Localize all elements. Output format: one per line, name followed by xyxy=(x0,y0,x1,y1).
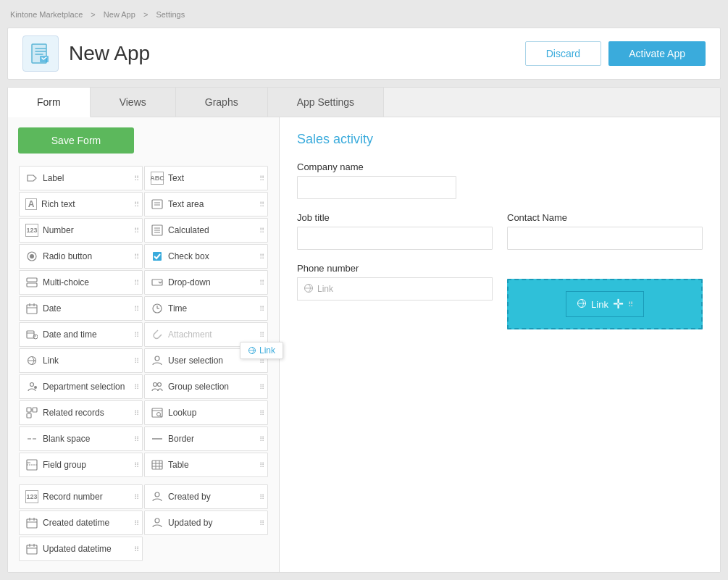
field-label[interactable]: Label ⠿ xyxy=(19,166,143,190)
tab-form[interactable]: Form xyxy=(8,88,91,117)
calc-icon xyxy=(151,224,164,237)
field-dept-selection[interactable]: Department selection ⠿ xyxy=(19,374,143,399)
field-dropdown[interactable]: Drop-down ⠿ xyxy=(144,270,268,295)
drag-handle: ⠿ xyxy=(259,519,264,527)
table-icon xyxy=(151,458,164,471)
checkbox-icon xyxy=(151,250,164,263)
phone-row: Phone number Link xyxy=(297,263,703,329)
datetime-icon xyxy=(25,328,38,341)
field-rich-text[interactable]: A Rich text ⠿ xyxy=(19,192,143,217)
user-select-icon xyxy=(151,354,164,367)
svg-point-28 xyxy=(155,356,159,361)
drag-handle: ⠿ xyxy=(134,493,139,501)
drop-link-label: Link xyxy=(591,299,608,310)
breadcrumb-item-newapp[interactable]: New App xyxy=(104,10,135,19)
radio-icon xyxy=(25,250,38,263)
field-blank-space[interactable]: Blank space ⠿ xyxy=(19,426,143,451)
tab-views[interactable]: Views xyxy=(91,88,176,117)
job-title-input[interactable] xyxy=(297,227,493,250)
drop-target[interactable]: Link ✛ ⠿ xyxy=(507,279,703,329)
drag-handle: ⠿ xyxy=(134,305,139,313)
drag-handle: ⠿ xyxy=(259,461,264,469)
contact-name-input[interactable] xyxy=(507,227,703,250)
drag-handle: ⠿ xyxy=(134,253,139,261)
drop-zone-col: Link ✛ ⠿ xyxy=(507,279,703,329)
drag-handle: ⠿ xyxy=(134,461,139,469)
svg-rect-59 xyxy=(27,545,37,554)
svg-rect-54 xyxy=(27,519,37,528)
field-radio[interactable]: Radio button ⠿ xyxy=(19,244,143,269)
phone-link-text: Link xyxy=(317,284,333,294)
drag-handle: ⠿ xyxy=(134,435,139,443)
phone-col: Phone number Link xyxy=(297,263,493,300)
drag-handle: ⠿ xyxy=(134,357,139,365)
drag-handle: ⠿ xyxy=(259,253,264,261)
drag-handle: ⠿ xyxy=(134,175,139,182)
drag-handle: ⠿ xyxy=(259,493,264,501)
updated-by-icon xyxy=(151,516,164,529)
company-name-label: Company name xyxy=(297,161,703,172)
floating-link-1[interactable]: Link xyxy=(240,342,283,359)
drag-handle: ⠿ xyxy=(134,545,139,553)
field-lookup[interactable]: Lookup ⠿ xyxy=(144,400,268,425)
contact-name-label: Contact Name xyxy=(507,212,703,223)
field-date-time[interactable]: Date and time ⠿ xyxy=(19,322,143,347)
tab-app-settings[interactable]: App Settings xyxy=(268,88,384,117)
field-link-left[interactable]: Link ⠿ xyxy=(19,348,143,373)
company-name-input[interactable] xyxy=(297,176,456,199)
breadcrumb: Kintone Marketplace > New App > Settings xyxy=(7,7,721,22)
job-title-col: Job title xyxy=(297,212,493,250)
field-time[interactable]: Time ⠿ xyxy=(144,296,268,321)
field-updated-datetime[interactable]: Updated datetime ⠿ xyxy=(19,537,143,561)
field-created-by[interactable]: Created by ⠿ xyxy=(144,484,268,509)
content-area: Save Form Label ⠿ ABC Text ⠿ xyxy=(8,117,720,572)
svg-rect-35 xyxy=(27,413,31,418)
field-record-number[interactable]: 123 Record number ⠿ xyxy=(19,484,143,509)
drag-move-icon: ✛ xyxy=(613,296,624,312)
form-canvas: Sales activity Company name Job title Co… xyxy=(280,117,720,572)
drop-target-inner: Link ✛ ⠿ xyxy=(566,291,644,317)
field-updated-by[interactable]: Updated by ⠿ xyxy=(144,510,268,535)
app-title: New App xyxy=(69,42,150,65)
border-icon xyxy=(151,432,164,445)
header-left: New App xyxy=(22,35,150,72)
field-number[interactable]: 123 Number ⠿ xyxy=(19,218,143,243)
breadcrumb-item-settings: Settings xyxy=(156,10,185,19)
header-actions: Discard Activate App xyxy=(525,41,706,66)
contact-name-col: Contact Name xyxy=(507,212,703,250)
field-group-selection[interactable]: Group selection ⠿ xyxy=(144,374,268,399)
field-text[interactable]: ABC Text ⠿ xyxy=(144,166,268,190)
field-checkbox[interactable]: Check box ⠿ xyxy=(144,244,268,269)
field-border[interactable]: Border ⠿ xyxy=(144,426,268,451)
svg-point-40 xyxy=(157,413,161,416)
created-by-icon xyxy=(151,490,164,503)
drag-handle: ⠿ xyxy=(259,383,264,391)
svg-point-30 xyxy=(34,386,37,389)
field-group[interactable]: Field group ⠿ xyxy=(19,453,143,477)
fields-grid: Label ⠿ ABC Text ⠿ A Rich text ⠿ xyxy=(18,165,269,562)
date-icon xyxy=(25,302,38,315)
field-created-datetime[interactable]: Created datetime ⠿ xyxy=(19,510,143,535)
floating-link-1-label: Link xyxy=(259,345,275,356)
field-related-records[interactable]: Related records ⠿ xyxy=(19,400,143,425)
updated-datetime-icon xyxy=(25,542,38,555)
tab-graphs[interactable]: Graphs xyxy=(176,88,268,117)
activate-button[interactable]: Activate App xyxy=(608,41,706,66)
field-text-area[interactable]: Text area ⠿ xyxy=(144,192,268,217)
breadcrumb-sep-1: > xyxy=(91,10,97,19)
svg-point-53 xyxy=(155,492,159,497)
discard-button[interactable]: Discard xyxy=(525,41,601,66)
save-form-button[interactable]: Save Form xyxy=(18,127,134,154)
drag-handle: ⠿ xyxy=(134,227,139,235)
dept-icon xyxy=(25,380,38,393)
field-table[interactable]: Table ⠿ xyxy=(144,453,268,477)
field-date[interactable]: Date ⠿ xyxy=(19,296,143,321)
text-area-icon xyxy=(151,198,164,211)
field-calculated[interactable]: Calculated ⠿ xyxy=(144,218,268,243)
drag-handle: ⠿ xyxy=(259,331,264,339)
breadcrumb-item-marketplace[interactable]: Kintone Marketplace xyxy=(10,10,83,19)
drag-handle: ⠿ xyxy=(259,201,264,209)
phone-label: Phone number xyxy=(297,263,493,274)
field-multi-choice[interactable]: Multi-choice ⠿ xyxy=(19,270,143,295)
main-panel: Form Views Graphs App Settings Save Form… xyxy=(7,87,721,573)
